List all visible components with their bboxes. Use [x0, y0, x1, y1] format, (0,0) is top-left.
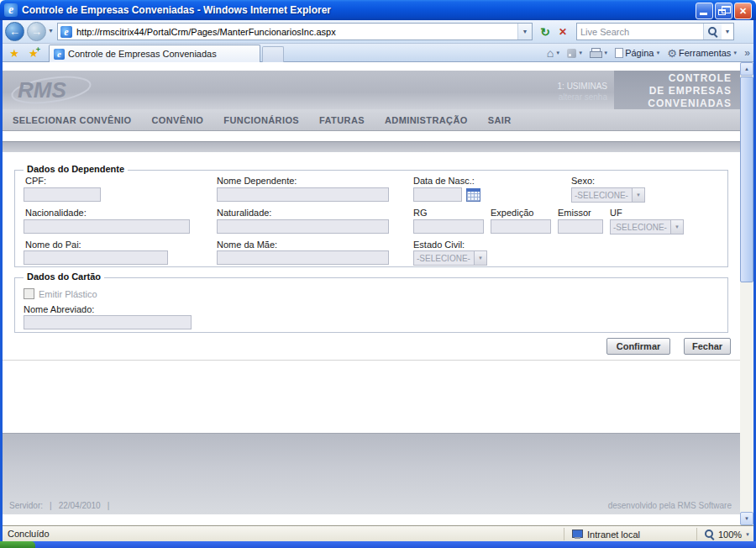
command-bar: Página Ferramentas — [544, 45, 753, 61]
user-label: 1: USIMINAS — [558, 81, 607, 92]
sexo-select-arrow-icon — [632, 188, 644, 202]
confirmar-button[interactable]: Confirmar — [606, 338, 670, 355]
uf-select[interactable]: -SELECIONE- — [610, 219, 684, 234]
data-nasc-input[interactable] — [413, 187, 462, 202]
cpf-input[interactable] — [24, 187, 101, 202]
search-dropdown[interactable] — [722, 24, 733, 40]
estado-civil-select-arrow-icon — [474, 251, 486, 265]
cartao-legend: Dados do Cartão — [24, 271, 104, 282]
intranet-icon — [571, 530, 583, 540]
sexo-select[interactable]: -SELECIONE- — [571, 187, 645, 203]
fechar-button[interactable]: Fechar — [684, 338, 731, 355]
emissor-label: Emissor — [558, 208, 591, 218]
start-button[interactable] — [0, 541, 35, 548]
page-dropdown-icon — [655, 50, 660, 55]
page-doc-icon — [615, 48, 623, 58]
forward-button[interactable] — [27, 22, 46, 41]
footer-credit: desenvolvido pela RMS Software — [608, 501, 732, 510]
page-menu-button[interactable]: Página — [612, 45, 663, 61]
window-titlebar[interactable]: e Controle de Empresas Conveniadas - Win… — [0, 0, 756, 20]
app-title: CONTROLE DE EMPRESAS CONVENIADAS — [614, 71, 740, 109]
navigation-toolbar: e — [0, 20, 756, 44]
emissor-input[interactable] — [558, 219, 603, 234]
new-tab-stub[interactable] — [262, 46, 284, 62]
zoom-dropdown-icon — [745, 532, 750, 537]
expedicao-label: Expedição — [491, 208, 533, 218]
address-input[interactable] — [75, 26, 517, 38]
uf-label: UF — [610, 208, 622, 218]
sexo-label: Sexo: — [571, 176, 595, 186]
nome-dependente-label: Nome Dependente: — [217, 176, 297, 186]
home-button[interactable] — [544, 45, 563, 61]
gear-icon — [667, 47, 677, 60]
back-button[interactable] — [5, 22, 24, 41]
security-zone: Intranet local — [564, 528, 640, 540]
nome-abreviado-input[interactable] — [24, 315, 192, 329]
favorites-button[interactable] — [5, 45, 24, 61]
address-dropdown[interactable] — [517, 24, 532, 40]
menu-item-funcionarios[interactable]: FUNCIONÁRIOS — [223, 115, 299, 125]
zoom-control[interactable]: 100% — [696, 528, 750, 540]
tabs-bar: e Controle de Empresas Conveniadas Págin… — [0, 44, 756, 62]
menu-item-sair[interactable]: SAIR — [488, 115, 512, 125]
tools-menu-button[interactable]: Ferramentas — [664, 45, 740, 61]
zoom-icon — [704, 529, 715, 540]
scroll-down-button[interactable] — [740, 512, 753, 525]
calendar-icon[interactable] — [466, 188, 480, 202]
restore-button[interactable] — [715, 3, 732, 19]
rg-label: RG — [413, 208, 428, 218]
rms-logo-text: RMS — [18, 77, 66, 103]
feeds-button[interactable] — [564, 45, 585, 61]
footer-server-info: Servidor: | 22/04/2010 | — [9, 501, 109, 510]
search-box — [576, 23, 734, 40]
menu-item-administracao[interactable]: ADMINISTRAÇÃO — [385, 115, 468, 125]
user-info: 1: USIMINAS alterar senha — [558, 81, 607, 103]
nome-mae-input[interactable] — [217, 250, 389, 265]
nome-pai-label: Nome do Pai: — [25, 240, 81, 250]
zoom-level: 100% — [718, 530, 742, 540]
nacionalidade-input[interactable] — [24, 219, 190, 234]
change-password-link[interactable]: alterar senha — [558, 92, 607, 103]
menu-item-convenio[interactable]: CONVÊNIO — [151, 115, 203, 125]
refresh-button[interactable] — [537, 23, 554, 40]
scroll-up-button[interactable] — [740, 62, 753, 76]
separator-band — [3, 141, 740, 152]
main-menu: SELECIONAR CONVÊNIO CONVÊNIO FUNCIONÁRIO… — [3, 109, 740, 131]
status-bar: Concluído Intranet local 100% — [3, 525, 753, 541]
print-button[interactable] — [587, 45, 611, 61]
minimize-button[interactable] — [696, 3, 713, 19]
print-icon — [590, 48, 601, 58]
tab-controle-empresas[interactable]: e Controle de Empresas Conveniadas — [49, 45, 260, 62]
print-dropdown-icon — [603, 50, 608, 55]
restore-icon — [718, 9, 726, 15]
overflow-chevron[interactable] — [742, 45, 753, 61]
search-input[interactable] — [577, 26, 703, 38]
address-bar: e — [57, 23, 533, 40]
tools-menu-label: Ferramentas — [679, 48, 731, 58]
uf-select-value: -SELECIONE- — [611, 223, 670, 232]
stop-button[interactable] — [554, 23, 571, 40]
nome-mae-label: Nome da Mãe: — [217, 240, 277, 250]
scroll-thumb[interactable] — [740, 76, 753, 282]
rg-input[interactable] — [413, 219, 484, 234]
window-title: Controle de Empresas Conveniadas - Windo… — [22, 4, 331, 16]
history-dropdown[interactable] — [48, 28, 54, 34]
naturalidade-input[interactable] — [217, 219, 389, 234]
close-button[interactable] — [734, 3, 752, 19]
expedicao-input[interactable] — [491, 219, 551, 234]
ie-window: e Controle de Empresas Conveniadas - Win… — [0, 0, 756, 548]
add-favorite-button[interactable] — [25, 45, 44, 61]
search-button[interactable] — [703, 24, 722, 40]
data-nasc-label: Data de Nasc.: — [413, 176, 475, 186]
cartao-fieldset: Dados do Cartão Emitir Plástico Nome Abr… — [14, 277, 728, 333]
menu-item-selecionar-convenio[interactable]: SELECIONAR CONVÊNIO — [13, 115, 131, 125]
cpf-label: CPF: — [25, 176, 46, 186]
estado-civil-select-value: -SELECIONE- — [414, 254, 474, 263]
estado-civil-select[interactable]: -SELECIONE- — [413, 250, 487, 266]
menu-item-faturas[interactable]: FATURAS — [319, 115, 365, 125]
nome-pai-input[interactable] — [24, 250, 168, 265]
emitir-plastico-checkbox[interactable] — [24, 288, 34, 299]
vertical-scrollbar[interactable] — [740, 62, 753, 525]
nome-dependente-input[interactable] — [217, 187, 389, 202]
tools-dropdown-icon — [732, 50, 738, 55]
